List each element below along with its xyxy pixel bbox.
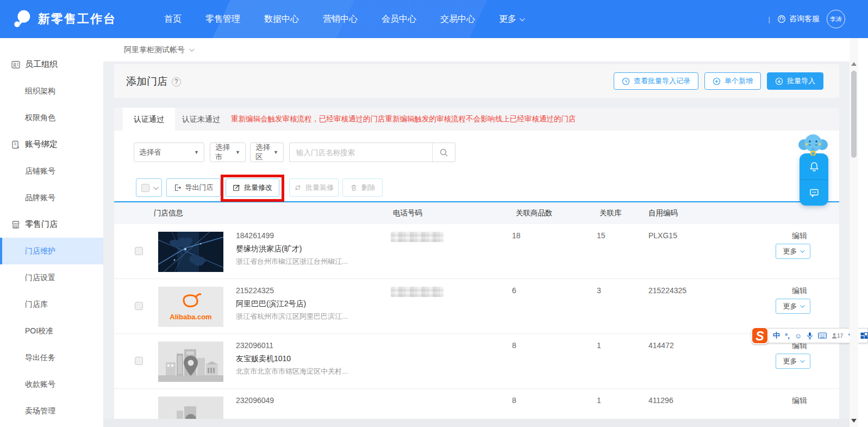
- batch-edit-button[interactable]: 批量修改: [226, 178, 279, 197]
- chevron-down-icon: [800, 303, 804, 307]
- batch-import-button[interactable]: 批量导入: [767, 72, 823, 90]
- row-checkbox[interactable]: [135, 247, 143, 255]
- scrollbar-thumb[interactable]: [851, 71, 857, 158]
- nav-more[interactable]: 更多: [499, 14, 523, 25]
- city-select[interactable]: 选择市 ▼: [210, 143, 246, 162]
- more-button-label: 更多: [783, 301, 797, 311]
- person-icon: [832, 333, 837, 339]
- linked-warehouse-count: 1: [597, 396, 601, 405]
- ime-emoji-button[interactable]: ☺: [795, 332, 802, 340]
- user-name: 李涛: [830, 15, 842, 23]
- ime-account-button[interactable]: 17: [832, 333, 843, 339]
- sidebar-group-staff-org[interactable]: 员工组织: [0, 51, 103, 78]
- view-import-records-button[interactable]: 查看批量导入记录: [614, 72, 698, 90]
- elephant-icon: [797, 132, 829, 156]
- column-linked-goods: 关联商品数: [516, 202, 553, 224]
- select-all-checkbox[interactable]: [141, 184, 149, 192]
- sidebar-item-export-tasks[interactable]: 导出任务: [0, 344, 103, 371]
- store-name: 婴缘坊洪家店(旷才): [236, 244, 302, 254]
- help-icon[interactable]: ?: [172, 77, 181, 86]
- store-image: [158, 232, 223, 272]
- linked-warehouse-count: 1: [597, 341, 601, 350]
- ime-lang-toggle[interactable]: 中: [773, 331, 780, 341]
- store-search-input[interactable]: [290, 143, 432, 162]
- caret-down-icon: ▼: [194, 150, 199, 155]
- page-header-card: 添加门店 ? 查看批量导入记录 单个新增 批量导入: [114, 64, 839, 98]
- app-logo[interactable]: 新零售工作台: [12, 9, 116, 29]
- page-title: 添加门店 ?: [126, 75, 181, 89]
- column-custom-code: 自用编码: [648, 202, 678, 224]
- sidebar: 员工组织 组织架构 权限角色 账号绑定 店铺账号 品牌账号 零售门店 门店维护 …: [0, 38, 103, 427]
- edit-link[interactable]: 编辑: [792, 286, 807, 296]
- batch-decorate-button[interactable]: 批量装修: [289, 178, 339, 197]
- ime-mic-button[interactable]: [807, 332, 813, 339]
- sidebar-item-mall-management[interactable]: 卖场管理: [0, 398, 103, 424]
- nav-marketing-center[interactable]: 营销中心: [323, 14, 358, 25]
- sidebar-item-org-structure[interactable]: 组织架构: [0, 78, 103, 104]
- top-header: 新零售工作台 首页 零售管理 数据中心 营销中心 会员中心 交易中心 更多 |: [0, 0, 868, 38]
- account-selector[interactable]: 阿里掌柜测试帐号: [124, 45, 193, 55]
- nav-retail-management[interactable]: 零售管理: [205, 14, 240, 25]
- row-checkbox[interactable]: [135, 357, 143, 365]
- custom-code: 215224325: [648, 286, 686, 295]
- feedback-chat-button[interactable]: [800, 180, 828, 206]
- edit-link[interactable]: 编辑: [792, 231, 807, 241]
- header-divider: |: [769, 15, 770, 23]
- ime-punctuation-toggle[interactable]: °,: [785, 332, 790, 340]
- sidebar-item-label: POI校准: [25, 326, 53, 336]
- select-all-dropdown[interactable]: [136, 178, 162, 197]
- assistant-panel: [800, 153, 828, 206]
- caret-down-icon: ▼: [273, 150, 278, 155]
- app-root: 新零售工作台 首页 零售管理 数据中心 营销中心 会员中心 交易中心 更多 |: [0, 0, 868, 427]
- notification-bell-button[interactable]: [800, 153, 828, 180]
- single-add-button[interactable]: 单个新增: [704, 72, 761, 90]
- sogou-logo[interactable]: S: [751, 327, 769, 344]
- headset-icon: [777, 15, 786, 23]
- more-button[interactable]: 更多: [776, 299, 810, 314]
- customer-service-link[interactable]: 咨询客服: [777, 14, 820, 24]
- search-icon: [439, 148, 448, 157]
- chevron-down-icon: [153, 184, 158, 190]
- scrollbar-down-arrow[interactable]: [851, 419, 857, 423]
- store-address: 浙江省台州市椒江区浙江台州椒江...: [236, 257, 348, 267]
- sidebar-item-shop-accounts[interactable]: 店铺账号: [0, 158, 103, 184]
- more-button[interactable]: 更多: [776, 354, 810, 369]
- delete-button[interactable]: 删除: [342, 178, 383, 197]
- sidebar-item-brand-accounts[interactable]: 品牌账号: [0, 184, 103, 211]
- ime-account-badge: 17: [837, 333, 843, 339]
- scrollbar-track[interactable]: [850, 38, 858, 427]
- export-stores-button[interactable]: 导出门店: [166, 178, 221, 197]
- ime-toolbox-button[interactable]: [860, 332, 868, 339]
- page-actions: 查看批量导入记录 单个新增 批量导入: [614, 72, 823, 90]
- linked-goods-count: 18: [512, 231, 521, 240]
- sidebar-item-payment-accounts[interactable]: 收款账号: [0, 371, 103, 398]
- nav-data-center[interactable]: 数据中心: [264, 14, 299, 25]
- store-id: 232096011: [236, 341, 273, 350]
- district-select[interactable]: 选择区 ▼: [250, 143, 284, 162]
- nav-member-center[interactable]: 会员中心: [382, 14, 416, 25]
- sidebar-item-store-maintenance[interactable]: 门店维护: [0, 238, 103, 264]
- sidebar-group-label: 零售门店: [25, 219, 58, 230]
- app-title: 新零售工作台: [38, 11, 116, 27]
- sidebar-item-store-library[interactable]: 门店库: [0, 291, 103, 318]
- sidebar-item-permission-roles[interactable]: 权限角色: [0, 104, 103, 131]
- tab-not-approved[interactable]: 认证未通过: [175, 108, 227, 131]
- row-checkbox[interactable]: [135, 302, 143, 310]
- search-button[interactable]: [432, 143, 455, 162]
- scrollbar-up-arrow[interactable]: [851, 62, 857, 66]
- nav-trade-center[interactable]: 交易中心: [440, 14, 475, 25]
- province-select[interactable]: 选择省 ▼: [134, 143, 204, 162]
- assistant-mascot[interactable]: [797, 132, 829, 156]
- breadcrumb: 阿里掌柜测试帐号: [103, 38, 868, 61]
- user-avatar[interactable]: 李涛: [827, 10, 845, 28]
- sidebar-group-account-binding[interactable]: 账号绑定: [0, 131, 103, 158]
- tab-approved[interactable]: 认证通过: [123, 108, 175, 131]
- nav-home[interactable]: 首页: [164, 14, 182, 25]
- sidebar-group-retail-stores[interactable]: 零售门店: [0, 211, 103, 238]
- sidebar-item-store-settings[interactable]: 门店设置: [0, 264, 103, 291]
- ime-keyboard-button[interactable]: [818, 332, 827, 339]
- edit-link[interactable]: 编辑: [792, 396, 807, 406]
- sidebar-item-poi-calibration[interactable]: POI校准: [0, 318, 103, 344]
- sidebar-item-label: 门店库: [25, 300, 48, 310]
- more-button[interactable]: 更多: [776, 244, 810, 259]
